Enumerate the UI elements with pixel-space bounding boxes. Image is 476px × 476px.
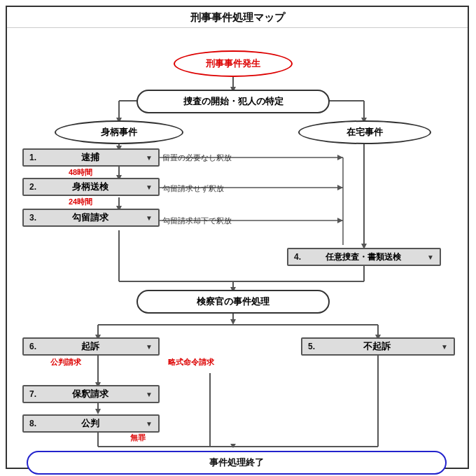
step6-label: 起訴 <box>36 340 144 353</box>
end-node: 事件処理終了 <box>27 451 447 475</box>
svg-marker-19 <box>337 185 343 190</box>
step2-dropdown[interactable]: ▼ <box>146 183 153 191</box>
step6-num: 6. <box>29 342 36 351</box>
prosecutor-node: 検察官の事件処理 <box>136 290 330 314</box>
label-no-detention: 留置の必要なし釈放 <box>162 153 232 163</box>
diagram: 刑事事件発生 捜査の開始・犯人の特定 身柄事件 在宅事件 1. 速捕 ▼ 48時… <box>7 28 468 469</box>
step6-sub2-label: 略式命令請求 <box>168 357 214 368</box>
investigation-label: 捜査の開始・犯人の特定 <box>183 95 284 108</box>
step4-num: 4. <box>294 252 301 262</box>
step8-num: 8. <box>29 419 36 428</box>
svg-marker-40 <box>95 409 101 414</box>
step5-dropdown[interactable]: ▼ <box>441 343 448 351</box>
step7-dropdown[interactable]: ▼ <box>146 391 153 398</box>
step1-label: 速捕 <box>36 151 144 164</box>
step6-sub1-label: 公判請求 <box>50 357 81 368</box>
step8-sub-label: 無罪 <box>130 433 146 443</box>
step6-node[interactable]: 6. 起訴 ▼ <box>22 337 160 356</box>
physical-case-label: 身柄事件 <box>101 126 137 139</box>
step2-time: 24時間 <box>69 197 92 207</box>
step7-node[interactable]: 7. 保釈請求 ▼ <box>22 385 160 403</box>
step3-num: 3. <box>29 213 36 223</box>
title-bar: 刑事事件処理マップ <box>7 7 468 28</box>
page-title: 刑事事件処理マップ <box>190 11 285 23</box>
label-rejected: 勾留請求却下で釈放 <box>162 216 232 226</box>
step8-dropdown[interactable]: ▼ <box>146 420 153 428</box>
physical-case-node: 身柄事件 <box>55 120 183 144</box>
investigation-node: 捜査の開始・犯人の特定 <box>136 90 330 113</box>
step2-node[interactable]: 2. 身柄送検 ▼ <box>22 178 160 196</box>
step2-label: 身柄送検 <box>36 181 144 193</box>
step1-time: 48時間 <box>69 167 92 178</box>
svg-marker-30 <box>230 319 236 325</box>
step4-node[interactable]: 4. 任意捜査・書類送検 ▼ <box>287 248 441 266</box>
label-no-request: 勾留請求せず釈放 <box>162 183 224 194</box>
step3-label: 勾留請求 <box>36 211 144 224</box>
step7-num: 7. <box>29 389 36 399</box>
step5-num: 5. <box>308 342 315 351</box>
start-label: 刑事事件発生 <box>206 57 260 70</box>
step8-node[interactable]: 8. 公判 ▼ <box>22 414 160 433</box>
end-label: 事件処理終了 <box>209 456 264 469</box>
step1-node[interactable]: 1. 速捕 ▼ <box>22 148 160 167</box>
step4-dropdown[interactable]: ▼ <box>427 253 434 261</box>
step3-node[interactable]: 3. 勾留請求 ▼ <box>22 209 160 227</box>
svg-marker-21 <box>337 218 343 223</box>
step6-dropdown[interactable]: ▼ <box>146 343 153 351</box>
svg-marker-46 <box>230 444 236 448</box>
step8-label: 公判 <box>36 417 144 430</box>
prosecutor-label: 検察官の事件処理 <box>197 295 270 308</box>
start-node: 刑事事件発生 <box>174 50 293 77</box>
remote-case-node: 在宅事件 <box>298 120 431 144</box>
step3-dropdown[interactable]: ▼ <box>146 214 153 222</box>
step1-num: 1. <box>29 153 36 162</box>
step2-num: 2. <box>29 182 36 192</box>
step7-label: 保釈請求 <box>36 388 144 400</box>
step4-label: 任意捜査・書類送検 <box>301 251 425 263</box>
remote-case-label: 在宅事件 <box>346 126 383 139</box>
step5-label: 不起訴 <box>315 340 439 353</box>
step1-dropdown[interactable]: ▼ <box>146 154 153 162</box>
svg-marker-17 <box>337 155 343 160</box>
step5-node[interactable]: 5. 不起訴 ▼ <box>301 337 455 356</box>
outer-border: 刑事事件処理マップ <box>6 6 469 469</box>
